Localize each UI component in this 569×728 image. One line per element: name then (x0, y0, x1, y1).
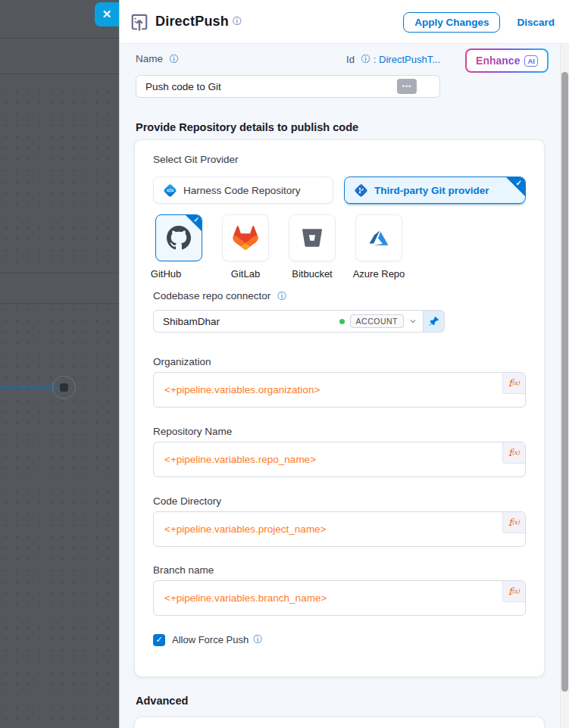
repository-details-card: Select Git Provider </> Harness Code Rep… (135, 140, 544, 676)
tile-azure-repo[interactable] (355, 214, 402, 261)
repository-name-input[interactable]: <+pipeline.variables.repo_name> f(x) (153, 442, 526, 477)
tile-gitlab[interactable] (222, 214, 269, 261)
name-id-row: Name ⓘ Id ⓘ : DirectPushT... (136, 53, 440, 66)
canvas-divider (0, 273, 119, 273)
panel-header: DirectPush ⓘ Apply Changes Discard (120, 0, 569, 44)
scope-badge: ACCOUNT (350, 314, 404, 328)
field-organization: Organization <+pipeline.variables.organi… (153, 356, 526, 408)
step-id: Id ⓘ : DirectPushT... (346, 53, 440, 66)
pin-button[interactable] (424, 310, 445, 333)
info-icon[interactable]: ⓘ (233, 15, 242, 28)
more-options-icon[interactable]: ••• (397, 79, 417, 94)
id-label: Id (346, 54, 355, 65)
pipeline-canvas (0, 0, 119, 728)
tile-github[interactable]: ✓ (155, 214, 202, 261)
git-provider-label: Select Git Provider (153, 154, 239, 165)
name-field-wrap: ••• (136, 75, 440, 98)
force-push-label: Allow Force Push (172, 634, 249, 645)
enhance-label: Enhance (476, 55, 520, 67)
discard-button[interactable]: Discard (517, 17, 555, 28)
fx-button[interactable]: f(x) (502, 581, 525, 602)
fx-button[interactable]: f(x) (502, 373, 525, 394)
azure-repo-icon (367, 227, 390, 249)
harness-code-icon: </> (163, 183, 177, 197)
header-actions: Apply Changes Discard (403, 0, 555, 44)
id-value[interactable]: : DirectPushT... (374, 54, 440, 65)
provider-option-thirdparty[interactable]: Third-party Git provider ✓ (344, 177, 526, 204)
tile-label-gitlab: GitLab (211, 268, 280, 280)
pin-icon (429, 316, 439, 327)
tile-label-github: GitHub (132, 268, 200, 280)
directpush-step-icon (130, 12, 149, 32)
connector-status-dot (339, 319, 345, 324)
check-icon: ✓ (516, 179, 522, 187)
step-config-screen: ✕ DirectPush ⓘ Apply Changes Discard N (0, 0, 569, 728)
field-code-directory: Code Directory <+pipeline.variables.proj… (153, 495, 526, 547)
advanced-card (135, 717, 544, 728)
connector-input[interactable]: ShibamDhar ACCOUNT (153, 310, 424, 333)
info-icon[interactable]: ⓘ (170, 54, 179, 64)
code-directory-input[interactable]: <+pipeline.variables.project_name> f(x) (153, 511, 526, 547)
apply-changes-button[interactable]: Apply Changes (403, 12, 500, 33)
step-config-panel: DirectPush ⓘ Apply Changes Discard Name … (119, 0, 569, 728)
chevron-down-icon[interactable] (409, 317, 417, 325)
force-push-checkbox[interactable]: ✓ (153, 634, 165, 646)
panel-scroll-area: Name ⓘ Id ⓘ : DirectPushT... ••• Enhance… (120, 44, 569, 728)
gitlab-icon (233, 225, 258, 251)
fx-button[interactable]: f(x) (502, 442, 525, 464)
check-icon: ✓ (155, 635, 162, 645)
branch-name-input[interactable]: <+pipeline.variables.branch_name> f(x) (153, 580, 526, 616)
canvas-dot-grid (0, 304, 119, 728)
section-heading: Provide Repository details to publish co… (136, 121, 358, 133)
close-icon: ✕ (102, 8, 112, 21)
info-icon[interactable]: ⓘ (361, 53, 370, 66)
git-branch-icon (354, 183, 367, 197)
fx-button[interactable]: f(x) (502, 512, 525, 533)
tile-bitbucket[interactable] (289, 214, 336, 261)
organization-input[interactable]: <+pipeline.variables.organization> f(x) (153, 372, 526, 408)
field-repository-name: Repository Name <+pipeline.variables.rep… (153, 426, 526, 477)
scrollbar-thumb[interactable] (561, 72, 568, 692)
connector-label: Codebase repo connector ⓘ (153, 290, 286, 303)
page-title: DirectPush (155, 14, 229, 30)
close-button[interactable]: ✕ (95, 2, 119, 27)
canvas-dot-grid (0, 74, 119, 273)
advanced-heading: Advanced (136, 695, 188, 707)
pipeline-end-node[interactable] (52, 376, 76, 399)
tile-label-bitbucket: Bitbucket (278, 268, 346, 280)
name-label: Name ⓘ (136, 53, 179, 66)
provider-option-harness[interactable]: </> Harness Code Repository (153, 177, 333, 204)
bitbucket-icon (302, 228, 322, 248)
field-branch-name: Branch name <+pipeline.variables.branch_… (153, 564, 526, 616)
force-push-row: ✓ Allow Force Push ⓘ (153, 633, 262, 646)
name-input[interactable] (136, 75, 440, 98)
pipeline-edge (0, 386, 50, 389)
info-icon[interactable]: ⓘ (277, 291, 286, 302)
check-icon: ✓ (193, 216, 199, 223)
stop-icon (60, 383, 68, 392)
enhance-ai-button[interactable]: Enhance AI (465, 48, 549, 73)
info-icon[interactable]: ⓘ (253, 633, 262, 646)
tile-label-azure-repo: Azure Repo (345, 268, 413, 280)
connector-value: ShibamDhar (163, 316, 220, 327)
ai-badge: AI (524, 55, 538, 67)
canvas-divider (0, 38, 119, 39)
